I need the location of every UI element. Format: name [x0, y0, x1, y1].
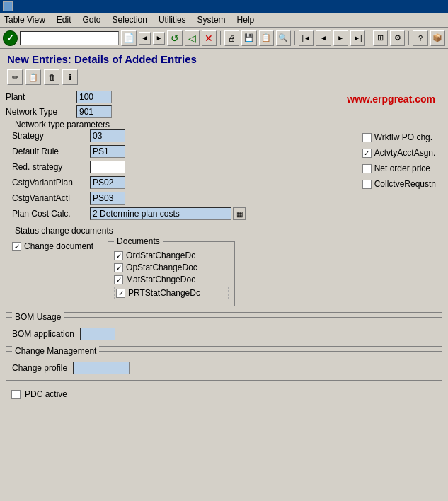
docs-left: Change document: [12, 241, 93, 306]
plan-cost-label: Plan Cost Calc.: [12, 209, 90, 219]
params-right-checks: Wrkflw PO chg. ActvtyAcctAsgn. Net order…: [362, 129, 436, 220]
collctve-label: CollctveRequstn: [374, 179, 436, 189]
menu-goto[interactable]: Goto: [81, 14, 103, 25]
last-btn[interactable]: ►|: [350, 30, 365, 46]
print-btn[interactable]: 🖨: [224, 30, 239, 46]
menu-system[interactable]: System: [196, 14, 227, 25]
default-rule-input[interactable]: PS1: [90, 145, 125, 158]
menu-utilities[interactable]: Utilities: [157, 14, 188, 25]
separator2: [294, 31, 295, 45]
settings-btn[interactable]: ⚙: [390, 30, 405, 46]
mat-stat-checkbox[interactable]: [114, 275, 123, 284]
edit-icon-btn[interactable]: ✏: [7, 69, 23, 85]
red-strategy-row: Red. strategy: [12, 161, 246, 173]
cstg-actl-label: CstgVariantActl: [12, 193, 90, 203]
change-doc-checkbox[interactable]: [12, 242, 21, 251]
change-profile-input[interactable]: [73, 362, 130, 374]
network-type-label: Network Type: [6, 107, 76, 117]
doc-icon-btn[interactable]: 📄: [121, 30, 136, 46]
cstg-plan-row: CstgVariantPlan PS02: [12, 176, 246, 189]
plan-cost-input[interactable]: 2 Determine plan costs: [90, 207, 231, 220]
network-type-row: Network Type 901: [6, 105, 112, 118]
title-bar: [0, 0, 448, 13]
status-change-title: Status change documents: [12, 226, 116, 236]
bom-usage-group: BOM Usage BOM application: [6, 317, 442, 347]
back-btn[interactable]: ◁: [185, 30, 200, 46]
network-type-params-group: Network type parameters Strategy 03 Defa…: [6, 125, 442, 226]
doc-item-0: OrdStatChangeDc: [114, 250, 229, 260]
red-strategy-input[interactable]: [90, 161, 125, 173]
help-btn[interactable]: ?: [413, 30, 427, 46]
nav-left-btn[interactable]: ◄: [139, 32, 151, 45]
action-icons-bar: ✏ 📋 🗑 ℹ: [0, 68, 448, 88]
pdc-row: PDC active: [6, 385, 442, 399]
net-order-cb-row: Net order price: [362, 163, 436, 173]
menu-edit[interactable]: Edit: [55, 14, 73, 25]
command-input[interactable]: [20, 31, 119, 45]
nav-right-btn[interactable]: ►: [153, 32, 165, 45]
ok-button[interactable]: ✓: [3, 30, 18, 46]
red-strategy-label: Red. strategy: [12, 162, 90, 172]
delete-icon-btn[interactable]: 🗑: [44, 69, 59, 85]
network-type-value[interactable]: 901: [76, 105, 112, 118]
prt-stat-checkbox[interactable]: [116, 289, 125, 298]
page-title: New Entries: Details of Added Entries: [7, 53, 441, 65]
next-btn[interactable]: ►: [333, 30, 348, 46]
main-content: Plant 100 Network Type 901 www.erpgreat.…: [0, 88, 448, 402]
cstg-plan-input[interactable]: PS02: [90, 176, 125, 189]
prev-btn[interactable]: ◄: [316, 30, 331, 46]
collctve-cb-row: CollctveRequstn: [362, 179, 436, 189]
wrkflw-checkbox[interactable]: [362, 133, 372, 142]
strategy-label: Strategy: [12, 131, 90, 141]
status-change-group: Status change documents Change document …: [6, 231, 442, 313]
cstg-actl-row: CstgVariantActl PS03: [12, 192, 246, 205]
refresh-btn[interactable]: ↺: [167, 30, 182, 46]
default-rule-row: Default Rule PS1: [12, 145, 246, 158]
prt-stat-label: PRTStatChangeDc: [128, 288, 200, 298]
watermark: www.erpgreat.com: [347, 91, 442, 106]
cust-btn[interactable]: 📦: [430, 30, 445, 46]
op-stat-checkbox[interactable]: [114, 263, 123, 272]
menu-table-view[interactable]: Table View: [3, 14, 47, 25]
copy-icon-btn[interactable]: 📋: [25, 69, 41, 85]
find-btn[interactable]: 🔍: [276, 30, 291, 46]
ord-stat-checkbox[interactable]: [114, 251, 123, 260]
plant-value[interactable]: 100: [76, 91, 112, 103]
actvty-checkbox[interactable]: [362, 149, 372, 158]
ord-stat-label: OrdStatChangeDc: [126, 250, 195, 260]
doc-item-1: OpStatChangeDoc: [114, 263, 229, 272]
collctve-checkbox[interactable]: [362, 180, 372, 189]
separator3: [369, 31, 369, 45]
op-stat-label: OpStatChangeDoc: [126, 263, 197, 272]
cancel-btn[interactable]: ✕: [202, 30, 217, 46]
actvty-cb-row: ActvtyAcctAsgn.: [362, 148, 436, 158]
menu-selection[interactable]: Selection: [111, 14, 149, 25]
bom-app-label: BOM application: [12, 329, 74, 339]
info-icon-btn[interactable]: ℹ: [62, 69, 78, 85]
cstg-actl-input[interactable]: PS03: [90, 192, 125, 205]
plan-cost-row: Plan Cost Calc. 2 Determine plan costs ▦: [12, 207, 246, 220]
pdc-checkbox[interactable]: [11, 390, 21, 399]
save-btn[interactable]: 💾: [241, 30, 256, 46]
net-order-checkbox[interactable]: [362, 164, 372, 173]
grid-btn[interactable]: ⊞: [373, 30, 388, 46]
separator4: [408, 31, 409, 45]
menu-bar: Table View Edit Goto Selection Utilities…: [0, 13, 448, 28]
default-rule-label: Default Rule: [12, 146, 90, 156]
bom-app-input[interactable]: [80, 328, 115, 340]
save2-btn[interactable]: 📋: [259, 30, 274, 46]
plan-cost-browse-btn[interactable]: ▦: [233, 207, 246, 220]
plant-network-fields: Plant 100 Network Type 901: [6, 91, 112, 120]
first-btn[interactable]: |◄: [299, 30, 314, 46]
change-profile-label: Change profile: [12, 363, 67, 373]
network-type-params-title: Network type parameters: [12, 120, 113, 129]
change-doc-row: Change document: [12, 241, 93, 251]
change-profile-row: Change profile: [12, 362, 436, 374]
plant-label: Plant: [6, 92, 76, 102]
actvty-label: ActvtyAcctAsgn.: [374, 148, 436, 158]
toolbar: ✓ 📄 ◄ ► ↺ ◁ ✕ 🖨 💾 📋 🔍 |◄ ◄ ► ►| ⊞ ⚙ ? 📦: [0, 28, 448, 49]
change-doc-label: Change document: [24, 241, 93, 251]
change-mgmt-group: Change Management Change profile: [6, 351, 442, 381]
strategy-input[interactable]: 03: [90, 129, 125, 142]
menu-help[interactable]: Help: [236, 14, 256, 25]
